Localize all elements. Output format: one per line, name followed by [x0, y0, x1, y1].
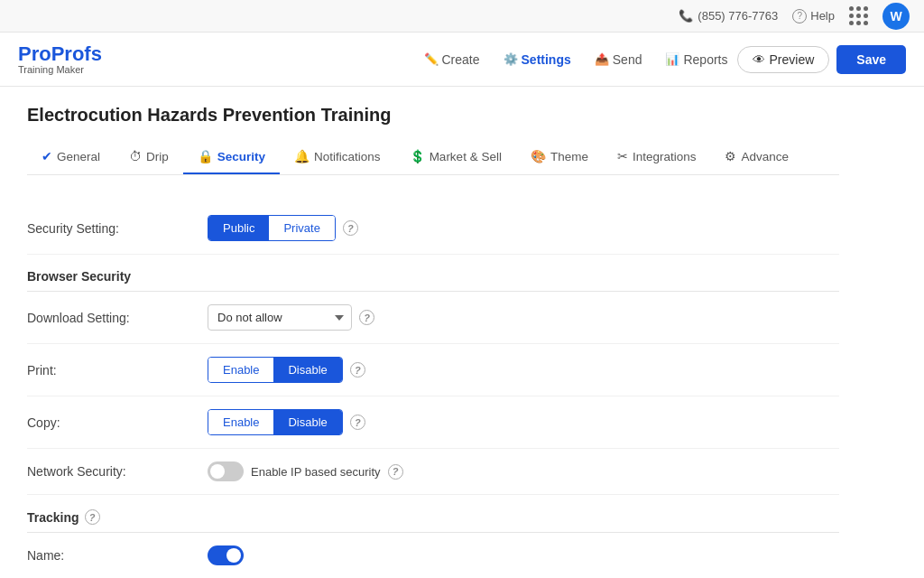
nav-create-label: Create — [442, 52, 480, 67]
name-toggle[interactable] — [208, 545, 244, 565]
name-control — [208, 545, 839, 565]
logo-profs: Profs — [51, 42, 102, 65]
tab-theme[interactable]: 🎨 Theme — [516, 140, 603, 174]
content-area: Electrocution Hazards Prevention Trainin… — [0, 87, 866, 578]
notifications-tab-icon: 🔔 — [294, 149, 310, 163]
tab-advance-label: Advance — [741, 150, 789, 163]
general-tab-icon: ✔ — [42, 149, 52, 163]
name-label: Name: — [27, 548, 208, 563]
tab-drip[interactable]: ⏱ Drip — [115, 140, 183, 174]
security-setting-help-icon[interactable]: ? — [343, 220, 358, 236]
reports-icon: 📊 — [665, 52, 679, 66]
tab-notifications[interactable]: 🔔 Notifications — [280, 140, 395, 174]
security-setting-row: Security Setting: Public Private ? — [27, 202, 839, 255]
tab-notifications-label: Notifications — [314, 150, 381, 163]
browser-security-heading: Browser Security — [27, 255, 839, 292]
help-circle-icon: ? — [792, 9, 807, 23]
public-button[interactable]: Public — [208, 216, 269, 240]
help-label: Help — [810, 9, 835, 23]
download-help-icon[interactable]: ? — [359, 310, 374, 325]
tab-integrations[interactable]: ✂ Integrations — [603, 140, 711, 174]
tab-security-label: Security — [217, 150, 265, 163]
tab-integrations-label: Integrations — [633, 150, 697, 163]
phone-number: (855) 776-7763 — [698, 9, 778, 23]
tabs: ✔ General ⏱ Drip 🔒 Security 🔔 Notificati… — [27, 140, 839, 175]
name-row: Name: — [27, 533, 839, 578]
copy-control: Enable Disable ? — [208, 409, 839, 435]
print-row: Print: Enable Disable ? — [27, 344, 839, 396]
tab-advance[interactable]: ⚙ Advance — [710, 140, 803, 174]
copy-help-icon[interactable]: ? — [350, 415, 365, 430]
security-tab-icon: 🔒 — [198, 149, 213, 163]
drip-tab-icon: ⏱ — [129, 149, 142, 163]
print-disable-button[interactable]: Disable — [273, 358, 341, 382]
nav-settings-label: Settings — [522, 52, 571, 67]
create-icon: ✏️ — [424, 52, 439, 66]
tab-drip-label: Drip — [146, 150, 169, 163]
copy-enable-disable: Enable Disable — [208, 409, 343, 435]
copy-disable-button[interactable]: Disable — [273, 410, 341, 434]
advance-tab-icon: ⚙ — [725, 149, 736, 163]
copy-label: Copy: — [27, 415, 208, 430]
print-label: Print: — [27, 363, 208, 378]
nav-create[interactable]: ✏️ Create — [415, 47, 489, 72]
copy-row: Copy: Enable Disable ? — [27, 396, 839, 449]
network-security-row: Network Security: Enable IP based securi… — [27, 449, 839, 495]
logo: ProProfs Training Maker — [18, 43, 102, 74]
theme-tab-icon: 🎨 — [531, 149, 546, 163]
name-slider — [208, 545, 244, 565]
page-title: Electrocution Hazards Prevention Trainin… — [27, 105, 839, 126]
tab-general-label: General — [57, 150, 100, 163]
network-security-label: Network Security: — [27, 464, 208, 479]
copy-enable-button[interactable]: Enable — [208, 410, 273, 434]
nav-links: ✏️ Create ⚙️ Settings 📤 Send 📊 Reports — [415, 47, 737, 72]
print-enable-disable: Enable Disable — [208, 357, 343, 383]
public-private-group: Public Private — [208, 215, 336, 241]
help-link[interactable]: ? Help — [792, 9, 835, 23]
network-security-toggle-label: Enable IP based security — [251, 465, 381, 479]
tracking-heading: Tracking ? — [27, 495, 839, 533]
save-button[interactable]: Save — [836, 45, 906, 74]
tab-general[interactable]: ✔ General — [27, 140, 115, 174]
download-setting-select[interactable]: Do not allow Allow PDF Allow All — [208, 304, 352, 331]
network-security-help-icon[interactable]: ? — [388, 464, 403, 480]
integrations-tab-icon: ✂ — [617, 149, 628, 163]
market-sell-tab-icon: 💲 — [410, 149, 425, 163]
nav-settings[interactable]: ⚙️ Settings — [494, 47, 580, 72]
logo-pro: Pro — [18, 42, 51, 65]
send-icon: 📤 — [595, 52, 609, 66]
avatar[interactable]: W — [882, 3, 910, 30]
print-control: Enable Disable ? — [208, 357, 839, 383]
tab-theme-label: Theme — [550, 150, 588, 163]
download-setting-row: Download Setting: Do not allow Allow PDF… — [27, 292, 839, 344]
preview-label: Preview — [770, 52, 815, 67]
security-setting-label: Security Setting: — [27, 221, 208, 236]
private-button[interactable]: Private — [269, 216, 334, 240]
tracking-help-icon[interactable]: ? — [85, 509, 100, 525]
network-security-slider — [208, 461, 244, 481]
apps-grid-icon[interactable] — [849, 6, 868, 25]
settings-icon: ⚙️ — [504, 52, 518, 66]
nav-reports-label: Reports — [683, 52, 727, 67]
nav-send[interactable]: 📤 Send — [586, 47, 651, 72]
eye-icon: 👁 — [753, 52, 765, 67]
nav-reports[interactable]: 📊 Reports — [656, 47, 736, 72]
browser-security-label: Browser Security — [27, 269, 131, 284]
phone-icon: 📞 — [679, 9, 693, 23]
main-nav: ProProfs Training Maker ✏️ Create ⚙️ Set… — [0, 33, 924, 87]
tab-market-sell-label: Market & Sell — [430, 150, 502, 163]
security-setting-control: Public Private ? — [208, 215, 839, 241]
print-help-icon[interactable]: ? — [350, 362, 365, 378]
download-setting-label: Download Setting: — [27, 311, 208, 325]
network-security-control: Enable IP based security ? — [208, 461, 839, 481]
tracking-label: Tracking — [27, 510, 79, 525]
top-bar: 📞 (855) 776-7763 ? Help W — [0, 0, 924, 33]
download-setting-control: Do not allow Allow PDF Allow All ? — [208, 304, 839, 331]
tab-security[interactable]: 🔒 Security — [183, 140, 280, 174]
tab-market-sell[interactable]: 💲 Market & Sell — [395, 140, 516, 174]
network-security-toggle[interactable] — [208, 461, 244, 481]
preview-button[interactable]: 👁 Preview — [737, 46, 830, 73]
phone-info: 📞 (855) 776-7763 — [679, 9, 778, 23]
nav-send-label: Send — [613, 52, 642, 67]
print-enable-button[interactable]: Enable — [208, 358, 273, 382]
